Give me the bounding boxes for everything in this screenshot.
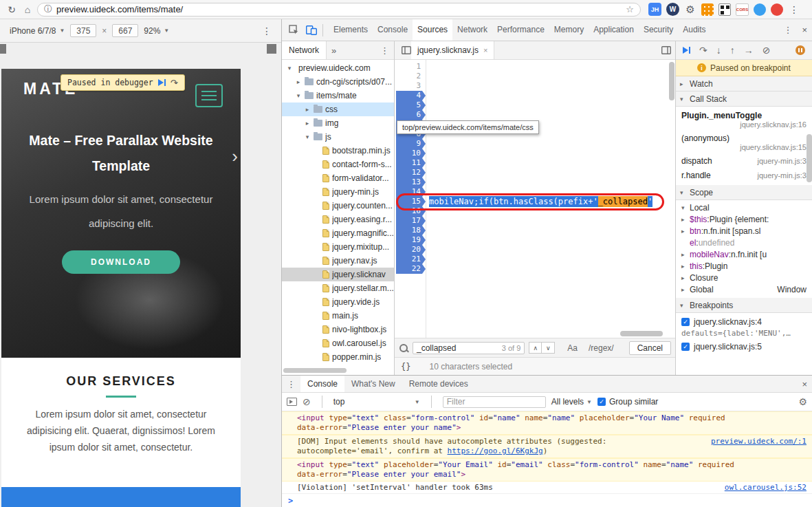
scope-group-closure[interactable]: ▸Closure — [676, 272, 812, 283]
code-area[interactable]: mobileNav;if(btn.hasClass(prefix+'_colla… — [426, 60, 675, 338]
scope-prop-mobileNav[interactable]: ▸mobileNav: n.fn.init [u — [676, 248, 812, 260]
tree-expand-icon[interactable]: ▸ — [304, 106, 311, 113]
frame-location[interactable]: jquery.slicknav.js:15 — [681, 143, 806, 151]
breakpoint-entry[interactable]: ✓jquery.slicknav.js:5 — [676, 340, 812, 354]
line-number-20[interactable]: 20 — [396, 245, 426, 255]
line-number-15[interactable]: 15 — [396, 197, 426, 206]
drawer-close-icon[interactable]: × — [797, 379, 812, 389]
tree-item-js[interactable]: ▾js — [282, 130, 394, 144]
tree-expand-icon[interactable]: ▸ — [304, 120, 311, 127]
close-file-icon[interactable]: × — [483, 46, 487, 54]
tree-expand-icon[interactable]: ▸ — [295, 78, 302, 85]
step-out-icon[interactable]: ↑ — [730, 45, 735, 55]
section-scope[interactable]: ▾ Scope — [676, 185, 812, 200]
console-settings-icon[interactable]: ⚙ — [798, 397, 807, 407]
zoom-select[interactable]: 92% ▼ — [144, 26, 169, 36]
log-levels-select[interactable]: All levels ▼ — [551, 397, 592, 407]
tree-item-items-mate[interactable]: ▾items/mate — [282, 89, 394, 103]
file-tab[interactable]: jquery.slicknav.js × — [411, 41, 494, 59]
console-link[interactable]: https://goo.gl/6KgkJg — [448, 446, 543, 455]
navigator-menu-icon[interactable]: ⋮ — [375, 45, 394, 56]
editor-hscrollbar[interactable] — [620, 331, 663, 336]
line-number-10[interactable]: 10 — [396, 149, 426, 158]
search-next-icon[interactable]: ∨ — [542, 342, 555, 354]
extension-orange-icon[interactable] — [701, 3, 714, 16]
breakpoint-checkbox[interactable]: ✓ — [681, 318, 690, 326]
code-editor[interactable]: 12345678910111213141516171819202122 mobi… — [395, 60, 675, 338]
tree-item-main-js[interactable]: main.js — [282, 309, 394, 323]
toggle-device-toolbar-icon[interactable] — [306, 25, 317, 35]
resize-handle-left[interactable] — [0, 44, 6, 54]
line-number-17[interactable]: 17 — [396, 216, 426, 226]
editor-vscrollbar[interactable] — [669, 62, 674, 100]
extension-red-icon[interactable] — [771, 3, 783, 16]
section-breakpoints[interactable]: ▾ Breakpoints — [676, 298, 812, 313]
tree-item-jquery-magnific-[interactable]: jquery.magnific... — [282, 226, 394, 240]
address-bar[interactable]: ⓘ preview.uideck.com/items/mate/ ☆ — [37, 3, 641, 17]
tree-expand-icon[interactable]: ▾ — [295, 92, 302, 99]
scope-prop-el[interactable]: el: undefined — [676, 237, 812, 248]
devtools-tab-network[interactable]: Network — [452, 19, 492, 41]
line-number-3[interactable]: 3 — [395, 81, 426, 91]
step-icon[interactable]: → — [744, 45, 754, 55]
page-info-icon[interactable]: ⓘ — [44, 3, 52, 15]
download-button[interactable]: DOWNLOAD — [62, 250, 180, 274]
tree-item-popper-min-js[interactable]: popper.min.js — [282, 350, 394, 364]
step-over-icon[interactable]: ↷ — [699, 45, 707, 55]
expand-icon[interactable]: ▸ — [681, 274, 690, 281]
hamburger-menu-icon[interactable] — [195, 84, 223, 107]
breakpoint-entry[interactable]: ✓jquery.slicknav.js:4 — [676, 315, 812, 329]
tree-expand-icon[interactable]: ▾ — [304, 133, 311, 140]
tree-item-jquery-stellar-m-[interactable]: jquery.stellar.m... — [282, 281, 394, 295]
console-message[interactable]: [Violation] 'setInterval' handler took 6… — [282, 482, 812, 493]
tree-item-jquery-nav-js[interactable]: jquery.nav.js — [282, 254, 394, 268]
devtools-menu-icon[interactable]: ⋮ — [778, 25, 797, 35]
devtools-tab-performance[interactable]: Performance — [492, 19, 549, 41]
devtools-tab-elements[interactable]: Elements — [329, 19, 373, 41]
step-over-icon[interactable]: ↷ — [171, 78, 178, 87]
tree-item-jquery-vide-js[interactable]: jquery.vide.js — [282, 295, 394, 309]
scope-prop-$this[interactable]: ▸$this: Plugin {element: — [676, 213, 812, 225]
tree-expand-icon[interactable]: ▾ — [286, 65, 293, 72]
extension-cors-icon[interactable]: CORS — [736, 3, 749, 16]
search-input[interactable]: _collapsed 3 of 9 — [413, 342, 525, 354]
tree-item-img[interactable]: ▸img — [282, 116, 394, 130]
navigator-hscrollbar[interactable] — [283, 368, 347, 373]
console-tab-remote-devices[interactable]: Remote devices — [402, 376, 475, 392]
tree-item-owl-carousel-js[interactable]: owl.carousel.js — [282, 336, 394, 350]
line-number-6[interactable]: 6 — [396, 110, 426, 120]
extension-qr-icon[interactable] — [718, 3, 731, 16]
device-toolbar-menu-icon[interactable]: ⋮ — [262, 25, 272, 36]
devtools-tab-application[interactable]: Application — [589, 19, 639, 41]
navigator-overflow-icon[interactable]: » — [327, 45, 341, 56]
console-message[interactable]: [DOM] Input elements should have autocom… — [282, 435, 812, 458]
line-number-13[interactable]: 13 — [396, 177, 426, 187]
navigator-tab-network[interactable]: Network — [282, 41, 327, 59]
group-similar-checkbox[interactable]: ✓ Group similar — [597, 397, 658, 407]
call-stack-frame[interactable]: dispatchjquery-min.js:3 — [676, 153, 812, 168]
match-case-toggle[interactable]: Aa — [567, 343, 578, 353]
expand-icon[interactable]: ▾ — [681, 204, 690, 211]
scope-group-local[interactable]: ▾Local — [676, 202, 812, 213]
device-select[interactable]: iPhone 6/7/8 ▼ — [10, 26, 65, 36]
device-width-input[interactable]: 375 — [70, 24, 96, 37]
source-link[interactable]: preview.uideck.com/:1 — [711, 437, 806, 446]
console-prompt[interactable]: > — [282, 493, 812, 507]
bookmark-star-icon[interactable]: ☆ — [626, 4, 634, 14]
devtools-tab-console[interactable]: Console — [373, 19, 413, 41]
reload-icon[interactable]: ↻ — [6, 4, 18, 15]
expand-icon[interactable]: ▸ — [681, 263, 690, 270]
line-number-22[interactable]: 22 — [396, 264, 426, 274]
line-number-14[interactable]: 14 — [396, 187, 426, 197]
url-text[interactable]: preview.uideck.com/items/mate/ — [56, 4, 183, 14]
inspect-element-icon[interactable] — [289, 25, 299, 35]
sidebar-vscrollbar[interactable] — [806, 134, 812, 182]
search-cancel-button[interactable]: Cancel — [629, 341, 671, 355]
expand-icon[interactable]: ▸ — [681, 286, 690, 293]
tree-item-contact-form-s-[interactable]: contact-form-s... — [282, 158, 394, 171]
execution-context-select[interactable]: top ▼ — [333, 397, 420, 407]
call-stack-frame[interactable]: (anonymous)jquery.slicknav.js:15 — [676, 131, 812, 153]
drawer-menu-icon[interactable]: ⋮ — [282, 379, 300, 389]
call-stack-frame[interactable]: r.handlejquery-min.js:3 — [676, 168, 812, 182]
devtools-tab-memory[interactable]: Memory — [549, 19, 589, 41]
